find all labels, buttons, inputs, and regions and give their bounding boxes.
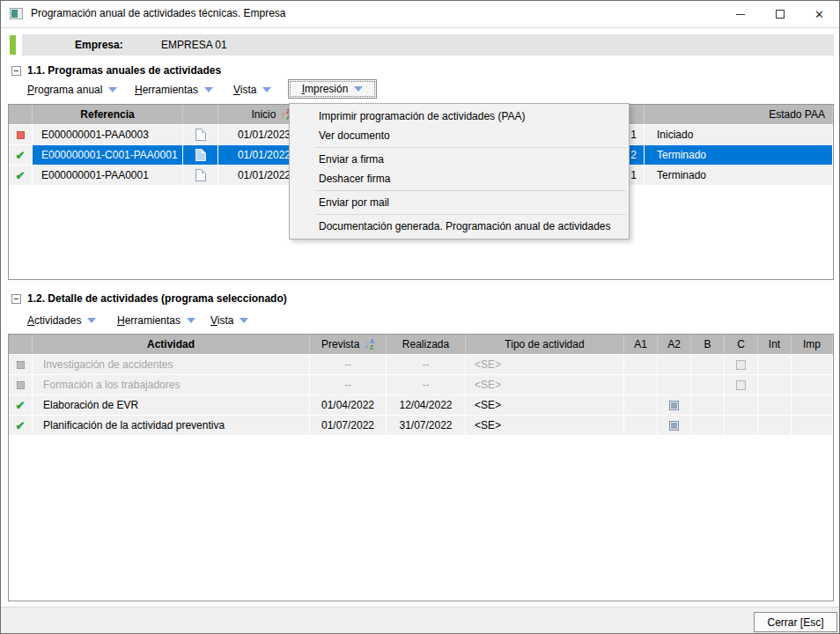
col-int-header[interactable]: Int: [758, 335, 792, 355]
int-cell: [758, 395, 792, 416]
documento-cell[interactable]: [183, 166, 218, 186]
menu-herramientas-1[interactable]: Herramientas: [135, 81, 213, 99]
document-icon[interactable]: [195, 169, 206, 181]
menu-impresion-button[interactable]: Impresión: [288, 79, 377, 99]
menu-vista-1[interactable]: Vista: [233, 81, 271, 99]
a2-cell: [658, 375, 691, 395]
menu-vista-1-label: Vista: [233, 84, 256, 96]
status-cell: [9, 355, 33, 375]
menu-separator: [316, 190, 626, 191]
checkbox-unchecked-icon[interactable]: [736, 360, 746, 370]
menu-vista-2[interactable]: Vista: [210, 312, 248, 329]
checkbox-unchecked-icon[interactable]: [736, 380, 746, 390]
status-ok-icon: ✔: [16, 400, 26, 411]
realizada-cell: --: [387, 375, 466, 395]
status-cell: ✔: [9, 416, 33, 436]
menu-actividades[interactable]: Actividades: [27, 312, 96, 329]
checkbox-checked-icon[interactable]: [669, 401, 679, 410]
cerrar-button-label: Cerrar [Esc]: [767, 616, 823, 629]
tipo-cell: <SE>: [466, 375, 624, 395]
b-cell: [691, 355, 725, 375]
menu-item-enviar-a-firma[interactable]: Enviar a firma: [290, 150, 629, 169]
documento-cell[interactable]: [183, 125, 218, 145]
actividad-cell: Elaboración de EVR: [33, 395, 310, 416]
menu-item-enviar-por-mail[interactable]: Enviar por mail: [290, 193, 629, 212]
col-a2-header[interactable]: A2: [658, 335, 691, 355]
empresa-value: EMPRESA 01: [161, 39, 227, 51]
chevron-down-icon: [262, 87, 271, 92]
chevron-down-icon: [87, 318, 96, 323]
chevron-down-icon: [354, 86, 363, 92]
actividades-table: Actividad Prevista ↓ AZ Realizada Tipo d…: [8, 334, 834, 601]
documento-cell[interactable]: [183, 145, 218, 166]
menu-item-ver-documento[interactable]: Ver documento: [290, 126, 629, 145]
c-cell[interactable]: [725, 355, 758, 375]
inicio-cell: 01/01/2022: [218, 166, 298, 186]
menu-programa-anual[interactable]: Programa anual: [27, 81, 117, 99]
status-cell: ✔: [9, 145, 33, 166]
empresa-label: Empresa:: [75, 39, 123, 51]
menu-item-documentacion-generada[interactable]: Documentación generada. Programación anu…: [290, 217, 629, 236]
menu-herramientas-1-label: Herramientas: [135, 84, 198, 96]
referencia-cell: E000000001-PAA0003: [33, 125, 183, 145]
a1-cell: [624, 375, 658, 395]
close-button[interactable]: ✕: [799, 1, 839, 27]
realizada-cell: 12/04/2022: [387, 395, 466, 416]
actividad-cell: Planificación de la actividad preventiva: [33, 416, 310, 436]
table-row[interactable]: ✔ Planificación de la actividad preventi…: [9, 416, 833, 436]
maximize-button[interactable]: [760, 1, 799, 27]
section2-title: 1.2. Detalle de actividades (programa se…: [27, 292, 287, 305]
col-c-header[interactable]: C: [725, 335, 758, 355]
col-status-header[interactable]: [9, 335, 33, 355]
status-cell: ✔: [9, 166, 33, 186]
col-imp-header[interactable]: Imp: [792, 335, 833, 355]
title-bar[interactable]: Programación anual de actividades técnic…: [1, 1, 839, 28]
prevista-cell: 01/04/2022: [310, 395, 387, 416]
table-row[interactable]: ✔ Elaboración de EVR 01/04/2022 12/04/20…: [9, 395, 833, 416]
col-tipo-actividad-header[interactable]: Tipo de actividad: [466, 335, 624, 355]
minimize-button[interactable]: [720, 1, 760, 27]
a2-cell[interactable]: [658, 416, 691, 436]
col-prevista-header[interactable]: Prevista ↓ AZ: [310, 335, 387, 355]
int-cell: [758, 416, 792, 436]
imp-cell: [792, 355, 833, 375]
referencia-cell: E000000001-C001-PAA0001: [33, 145, 183, 166]
col-realizada-header[interactable]: Realizada: [387, 335, 466, 355]
section2-collapse-toggle[interactable]: [11, 294, 21, 304]
inicio-cell: 01/01/2022: [218, 145, 298, 166]
tipo-cell: <SE>: [466, 416, 624, 436]
col-status-header[interactable]: [9, 105, 33, 125]
footer-bar: [1, 608, 839, 633]
document-icon[interactable]: [195, 149, 206, 161]
document-icon[interactable]: [195, 129, 206, 141]
col-documento-header[interactable]: [183, 105, 218, 125]
col-referencia-header[interactable]: Referencia: [33, 105, 183, 125]
a2-cell[interactable]: [658, 395, 691, 416]
col-actividad-header[interactable]: Actividad: [33, 335, 310, 355]
table-row[interactable]: Formación a los trabajadores -- -- <SE>: [9, 375, 833, 395]
status-cell: ✔: [9, 395, 33, 416]
chevron-down-icon: [108, 87, 117, 92]
menu-separator: [316, 214, 626, 215]
section1-collapse-toggle[interactable]: [11, 66, 21, 76]
c-cell[interactable]: [725, 375, 758, 395]
menu-impresion-label: Impresión: [302, 83, 349, 95]
checkbox-checked-icon[interactable]: [669, 421, 679, 431]
col-b-header[interactable]: B: [691, 335, 725, 355]
table-row[interactable]: Investigación de accidentes -- -- <SE>: [9, 355, 833, 375]
col-inicio-header[interactable]: Inicio ↑ ZA: [218, 105, 298, 125]
menu-item-imprimir-paa[interactable]: Imprimir programación de actividades (PA…: [290, 107, 629, 126]
cerrar-button[interactable]: Cerrar [Esc]: [754, 612, 837, 632]
a1-cell: [624, 395, 658, 416]
estado-cell: Iniciado: [645, 125, 833, 145]
col-a1-header[interactable]: A1: [624, 335, 658, 355]
col-estado-paa-header[interactable]: Estado PAA: [645, 105, 833, 125]
tipo-cell: <SE>: [466, 355, 624, 375]
realizada-cell: --: [387, 355, 466, 375]
c-cell: [725, 416, 758, 436]
menu-herramientas-2[interactable]: Herramientas: [117, 312, 195, 329]
imp-cell: [792, 395, 833, 416]
status-ok-icon: ✔: [16, 170, 26, 181]
menu-item-deshacer-firma[interactable]: Deshacer firma: [290, 169, 629, 188]
int-cell: [758, 355, 792, 375]
